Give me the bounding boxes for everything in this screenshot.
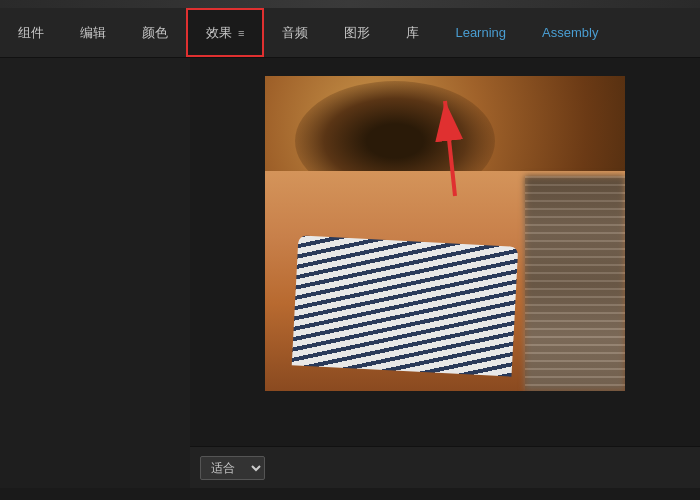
menu-label-color: 颜色 xyxy=(142,24,168,42)
fit-select[interactable]: 适合 100% 50% 25% 200% xyxy=(200,456,265,480)
effects-icon: ≡ xyxy=(238,27,244,39)
menu-label-edit: 编辑 xyxy=(80,24,106,42)
image-censored-lines xyxy=(525,176,625,391)
top-stripe xyxy=(0,0,700,8)
menu-item-components[interactable]: 组件 xyxy=(0,8,62,57)
menu-item-learning[interactable]: Learning xyxy=(437,8,524,57)
menu-label-components: 组件 xyxy=(18,24,44,42)
menu-item-edit[interactable]: 编辑 xyxy=(62,8,124,57)
menu-item-audio[interactable]: 音频 xyxy=(264,8,326,57)
bottom-bar: 适合 100% 50% 25% 200% xyxy=(190,446,700,488)
preview-area: 适合 100% 50% 25% 200% xyxy=(190,58,700,488)
menu-label-assembly: Assembly xyxy=(542,25,598,40)
menu-item-graphics[interactable]: 图形 xyxy=(326,8,388,57)
main-content: 适合 100% 50% 25% 200% xyxy=(0,58,700,488)
menu-label-graphics: 图形 xyxy=(344,24,370,42)
preview-image xyxy=(265,76,625,391)
menu-item-library[interactable]: 库 xyxy=(388,8,437,57)
menu-bar: 组件 编辑 颜色 效果 ≡ 音频 图形 库 Learning Assembly xyxy=(0,8,700,58)
menu-label-learning: Learning xyxy=(455,25,506,40)
left-sidebar xyxy=(0,58,190,488)
image-background xyxy=(265,76,625,391)
menu-item-effects[interactable]: 效果 ≡ xyxy=(186,8,264,57)
menu-label-effects: 效果 xyxy=(206,24,232,42)
menu-label-audio: 音频 xyxy=(282,24,308,42)
image-stripe-fabric xyxy=(292,235,519,376)
menu-label-library: 库 xyxy=(406,24,419,42)
menu-item-color[interactable]: 颜色 xyxy=(124,8,186,57)
menu-item-assembly[interactable]: Assembly xyxy=(524,8,616,57)
